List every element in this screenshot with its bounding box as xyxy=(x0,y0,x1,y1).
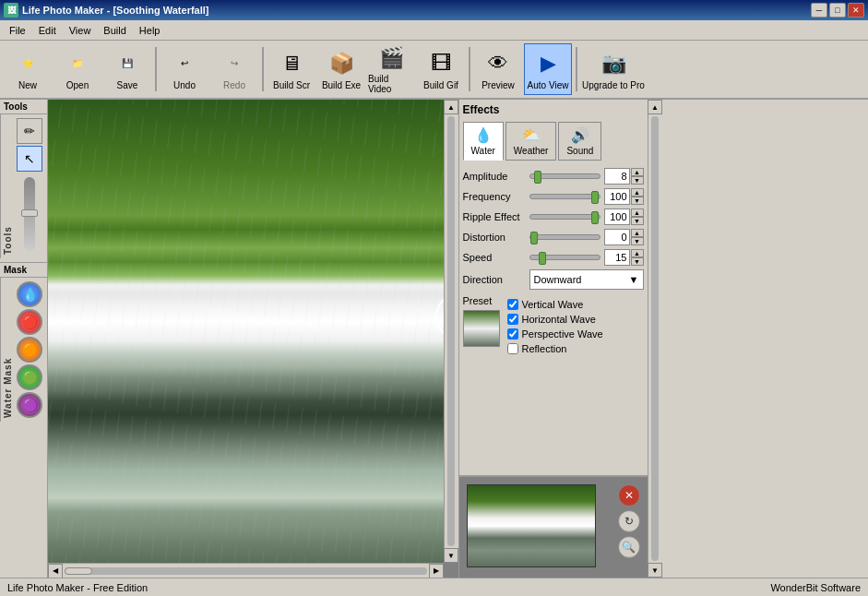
speed-value-box: 15 ▲ ▼ xyxy=(604,249,644,266)
distortion-value[interactable]: 0 xyxy=(604,229,630,245)
mask-btn-3[interactable]: 🟠 xyxy=(17,337,42,363)
vertical-wave-checkbox[interactable] xyxy=(507,299,518,310)
speed-knob[interactable] xyxy=(539,252,546,265)
amplitude-up[interactable]: ▲ xyxy=(631,168,644,176)
ripple-value[interactable]: 100 xyxy=(604,209,630,225)
amplitude-slider[interactable] xyxy=(529,168,600,185)
right-scroll-up[interactable]: ▲ xyxy=(648,100,662,114)
scroll-right-button[interactable]: ▶ xyxy=(429,564,444,578)
toolbar-upgrade-button[interactable]: 📷 Upgrade to Pro xyxy=(581,43,646,95)
tab-weather[interactable]: ⛅ Weather xyxy=(505,122,557,161)
sound-tab-label: Sound xyxy=(566,146,593,156)
window-title: Life Photo Maker - [Soothing Waterfall] xyxy=(22,5,208,16)
amplitude-down[interactable]: ▼ xyxy=(631,176,644,185)
brush-size-slider[interactable] xyxy=(24,177,35,251)
toolbar-undo-button[interactable]: ↩ Undo xyxy=(161,43,208,95)
preview-remove-button[interactable]: ✕ xyxy=(618,484,640,507)
close-button[interactable]: ✕ xyxy=(848,3,864,18)
right-scroll-track[interactable] xyxy=(651,116,659,561)
preset-thumbnail[interactable] xyxy=(463,310,500,347)
horizontal-wave-checkbox[interactable] xyxy=(507,314,518,325)
amplitude-knob[interactable] xyxy=(534,171,541,184)
speed-spin: ▲ ▼ xyxy=(631,249,644,266)
arrow-tool[interactable]: ↖ xyxy=(17,146,42,172)
amplitude-value-box: 8 ▲ ▼ xyxy=(604,168,644,185)
direction-value: Downward xyxy=(534,274,582,285)
vertical-scrollbar[interactable]: ▲ ▼ xyxy=(444,100,458,563)
distortion-up[interactable]: ▲ xyxy=(631,229,644,237)
preview-zoom-button[interactable]: 🔍 xyxy=(618,536,640,558)
effects-title: Effects xyxy=(463,103,644,116)
distortion-knob[interactable] xyxy=(530,232,538,244)
canvas-area[interactable]: ↖ ◀ ▶ ▲ ▼ xyxy=(48,100,458,578)
toolbar-new-button[interactable]: ⭐ New xyxy=(4,43,52,95)
frequency-knob[interactable] xyxy=(591,191,599,204)
speed-up[interactable]: ▲ xyxy=(631,249,644,257)
toolbar-build-scr-button[interactable]: 🖥 Build Scr xyxy=(268,43,315,95)
upgrade-icon: 📷 xyxy=(599,49,628,78)
toolbar-open-button[interactable]: 📁 Open xyxy=(54,43,101,95)
ripple-knob[interactable] xyxy=(591,211,599,224)
menu-help[interactable]: Help xyxy=(134,23,166,38)
amplitude-value[interactable]: 8 xyxy=(604,168,630,185)
scroll-up-button[interactable]: ▲ xyxy=(444,100,458,114)
scroll-left-button[interactable]: ◀ xyxy=(48,564,63,578)
menu-file[interactable]: File xyxy=(4,23,31,38)
distortion-down[interactable]: ▼ xyxy=(631,237,644,245)
toolbar-build-video-button[interactable]: 🎬 Build Video xyxy=(367,43,415,95)
distortion-track xyxy=(529,234,600,240)
scroll-thumb-h[interactable] xyxy=(65,567,92,575)
weather-tab-label: Weather xyxy=(514,146,549,156)
toolbar-preview-button[interactable]: 👁 Preview xyxy=(474,43,522,95)
tab-sound[interactable]: 🔊 Sound xyxy=(558,122,601,161)
upgrade-label: Upgrade to Pro xyxy=(582,80,645,90)
ripple-up[interactable]: ▲ xyxy=(631,209,644,217)
direction-select[interactable]: Downward ▼ xyxy=(529,269,644,290)
frequency-slider[interactable] xyxy=(529,188,600,205)
distortion-slider[interactable] xyxy=(529,229,600,245)
tab-water[interactable]: 💧 Water xyxy=(463,122,504,161)
horizontal-scrollbar[interactable]: ◀ ▶ xyxy=(48,563,444,578)
speed-slider[interactable] xyxy=(529,249,600,266)
mask-btn-5[interactable]: 🟣 xyxy=(17,392,42,418)
right-panel: Effects 💧 Water ⛅ Weather 🔊 Sound xyxy=(458,100,648,578)
preview-area: ✕ ↻ 🔍 xyxy=(459,476,648,578)
mask-btn-2[interactable]: 🔴 xyxy=(17,309,42,335)
frequency-up[interactable]: ▲ xyxy=(631,188,644,197)
direction-row: Direction Downward ▼ xyxy=(463,269,644,290)
ripple-down[interactable]: ▼ xyxy=(631,217,644,225)
toolbar-build-exe-button[interactable]: 📦 Build Exe xyxy=(317,43,365,95)
scroll-track-v[interactable] xyxy=(447,116,455,546)
scroll-down-button[interactable]: ▼ xyxy=(444,548,458,563)
pencil-tool[interactable]: ✏ xyxy=(17,118,42,144)
undo-label: Undo xyxy=(173,80,196,90)
perspective-wave-checkbox[interactable] xyxy=(507,328,518,340)
toolbar-build-gif-button[interactable]: 🎞 Build Gif xyxy=(417,43,465,95)
menu-view[interactable]: View xyxy=(64,23,97,38)
right-panel-scrollbar[interactable]: ▲ ▼ xyxy=(648,100,662,578)
toolbar-auto-view-button[interactable]: ▶ Auto View xyxy=(524,43,572,95)
menu-edit[interactable]: Edit xyxy=(33,23,62,38)
slider-thumb[interactable] xyxy=(21,209,38,217)
right-scroll-down[interactable]: ▼ xyxy=(648,563,662,578)
frequency-down[interactable]: ▼ xyxy=(631,197,644,205)
mask-btn-1[interactable]: 💧 xyxy=(17,281,42,307)
auto-view-label: Auto View xyxy=(528,80,569,90)
preview-refresh-button[interactable]: ↻ xyxy=(618,510,640,532)
minimize-button[interactable]: ─ xyxy=(811,3,827,18)
reflection-checkbox[interactable] xyxy=(507,343,518,354)
toolbar-sep-1 xyxy=(155,47,157,91)
menu-build[interactable]: Build xyxy=(98,23,131,38)
mask-btn-4[interactable]: 🟢 xyxy=(17,364,42,390)
ripple-slider[interactable] xyxy=(529,209,600,225)
speed-value[interactable]: 15 xyxy=(604,249,630,266)
frequency-label: Frequency xyxy=(463,191,526,202)
scroll-track-h[interactable] xyxy=(65,567,427,575)
toolbar-redo-button[interactable]: ↪ Redo xyxy=(210,43,258,95)
toolbar-save-button[interactable]: 💾 Save xyxy=(103,43,151,95)
maximize-button[interactable]: □ xyxy=(829,3,846,18)
speed-down[interactable]: ▼ xyxy=(631,257,644,266)
save-icon: 💾 xyxy=(113,49,142,78)
mask-label: Mask xyxy=(0,262,47,278)
frequency-value[interactable]: 100 xyxy=(604,188,630,205)
